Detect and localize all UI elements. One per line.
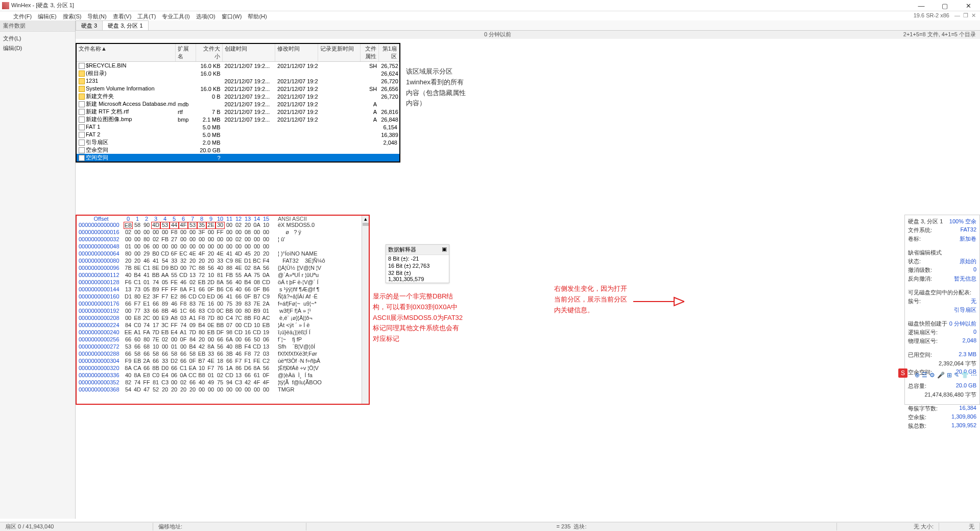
close-button[interactable]: ✕ xyxy=(957,0,980,11)
table-row[interactable]: System Volume Information 16.0 KB 2021/1… xyxy=(77,85,399,93)
left-item-edit[interactable]: 编辑(D) xyxy=(3,43,72,53)
hex-row[interactable]: 0000000000368544D47522020202000000000000… xyxy=(77,386,369,394)
hex-row[interactable]: 000000000017666F7E1668946F8837E160075398… xyxy=(77,301,369,308)
rp-partition: 硬盘 3, 分区 1 xyxy=(908,218,943,225)
col-mtime[interactable]: 修改时间 xyxy=(275,44,318,61)
t3-icon[interactable]: ⚙ xyxy=(929,372,935,379)
col-sect[interactable]: 第1扇区 xyxy=(379,44,399,61)
menu-5[interactable]: 工具(T) xyxy=(134,12,159,21)
hex-scrollbar[interactable]: ▴ xyxy=(362,216,369,404)
tab-disk3-part1[interactable]: 硬盘 3, 分区 1 xyxy=(102,20,148,30)
left-panel: 案件数据 文件(L) 编辑(D) xyxy=(0,20,76,519)
hex-row[interactable]: 000000000011240B441BBAA55CD13721081FB55A… xyxy=(77,272,369,279)
col-attr[interactable]: 文件属性 xyxy=(361,44,379,61)
t7-icon[interactable]: 👕 xyxy=(961,372,969,379)
col-ext[interactable]: 扩展名 xyxy=(176,44,196,61)
file-table: 文件名称▲ 扩展名 文件大小 创建时间 修改时间 记录更新时间 文件属性 第1扇… xyxy=(76,43,400,163)
interp-8bit: 8 Bit (±): -21 xyxy=(386,255,449,262)
table-row[interactable]: 新建 RTF 文档.rtf rtf7 B 2021/12/07 19:2...2… xyxy=(77,108,399,116)
table-row[interactable]: 引导扇区 2.0 MB 2,048 xyxy=(77,138,399,146)
hex-row[interactable]: 0000000000064800029B0CD6FEC4E4F204E414D4… xyxy=(77,250,369,258)
hex-row[interactable]: 00000000000967B8EC18ED9BD007C885640884E0… xyxy=(77,265,369,272)
minimize-button[interactable]: — xyxy=(910,0,933,11)
annotation-dbr: 显示的是一个非完整DBR结构，可以看到0X03到0X0A中ASCII展示MSDO… xyxy=(373,291,465,344)
rp-volume: 新加卷 xyxy=(960,235,976,243)
hex-panel[interactable]: Offset 0123456789101112131415 ANSI ASCII… xyxy=(76,215,370,405)
table-row[interactable]: 新建 Microsoft Access Database.mdb mdb 202… xyxy=(77,100,399,108)
menu-7[interactable]: 选项(O) xyxy=(193,12,219,21)
table-row[interactable]: FAT 1 5.0 MB 6,154 xyxy=(77,123,399,131)
table-row[interactable]: 空闲空间 ? xyxy=(77,154,399,161)
t4-icon[interactable]: 🎤 xyxy=(937,372,945,379)
hex-row[interactable]: 000000000020800E82C00E9A803A1F87D80C47C8… xyxy=(77,315,369,322)
hex-row[interactable]: 0000000000048010006000000000000000000000… xyxy=(77,243,369,250)
menu-bar: 文件(F)编辑(E)搜索(S)导航(N)查看(V)工具(T)专业工具(I)选项(… xyxy=(0,11,980,21)
hex-row[interactable]: 0000000000240EEA1FA7DEBE4A17D80EBDF98CD1… xyxy=(77,329,369,336)
hex-row[interactable]: 00000000000160200000000F800003F00FF00000… xyxy=(77,229,369,236)
version-label: 19.6 SR-2 x86 xyxy=(914,12,949,18)
t6-icon[interactable]: ✎ xyxy=(954,372,959,379)
menu-3[interactable]: 导航(N) xyxy=(84,12,109,21)
hex-row[interactable]: 00000000003208ACA668BD066C1EA10F7761A86D… xyxy=(77,365,369,372)
window-title: WinHex - [硬盘 3, 分区 1] xyxy=(11,2,74,9)
table-row[interactable]: FAT 2 5.0 MB 16,389 xyxy=(77,131,399,138)
col-size[interactable]: 文件大小 xyxy=(196,44,223,61)
hex-row[interactable]: 00000000002566660807E02000F842000666A006… xyxy=(77,336,369,343)
ime-indicator[interactable]: S xyxy=(898,368,907,378)
hex-row[interactable]: 000000000003200008002FB27000000000000020… xyxy=(77,236,369,243)
t5-icon[interactable]: ⊞ xyxy=(947,372,952,379)
hex-row[interactable]: 0000000000160D180E23FF7E286CDC0ED0641660… xyxy=(77,293,369,301)
left-item-file[interactable]: 文件(L) xyxy=(3,34,72,43)
t8-icon[interactable]: ⋯ xyxy=(971,372,977,379)
hex-row[interactable]: 0000000000128F6C1017405FE4602EB2D8A5640B… xyxy=(77,279,369,286)
menu-0[interactable]: 文件(F) xyxy=(10,12,35,21)
hex-row[interactable]: 0000000000336408AE8C0E4060ACCB80102CD136… xyxy=(77,372,369,379)
data-interpreter[interactable]: 数据解释器▣ 8 Bit (±): -21 16 Bit (±) 22,763 … xyxy=(386,244,449,283)
interpreter-close-icon[interactable]: ▣ xyxy=(442,246,447,253)
interpreter-title: 数据解释器 xyxy=(388,246,416,253)
hex-row[interactable]: 000000000027253666810000100B4428A56408BF… xyxy=(77,343,369,351)
menu-8[interactable]: 窗口(W) xyxy=(219,12,245,21)
table-row[interactable]: 空余空间 20.0 GB xyxy=(77,146,399,154)
col-utime[interactable]: 记录更新时间 xyxy=(318,44,361,61)
status-sector: 扇区 0 / 41,943,040 xyxy=(0,523,153,530)
app-icon xyxy=(2,2,9,9)
hex-ascii-label: ANSI ASCII xyxy=(278,216,307,222)
table-row[interactable]: 新建位图图像.bmp bmp2.1 MB 2021/12/07 19:2...2… xyxy=(77,116,399,123)
sidebar-tool-icons: ⊕☰ ⚙🎤 ⊞✎ 👕⋯ xyxy=(915,372,977,379)
mdi-minimize-icon[interactable]: — xyxy=(954,12,960,19)
interp-16bit: 16 Bit (±) 22,763 xyxy=(386,262,449,269)
mdi-close-icon[interactable]: ✕ xyxy=(971,12,976,19)
table-row[interactable]: 新建文件夹 0 B 2021/12/07 19:2...2021/12/07 1… xyxy=(77,93,399,100)
table-row[interactable]: (根目录) 16.0 KB 26,624 xyxy=(77,70,399,77)
hex-row[interactable]: 00000000002886658665866586658EB33663B46F… xyxy=(77,351,369,358)
menu-4[interactable]: 查看(V) xyxy=(110,12,135,21)
col-ctime[interactable]: 创建时间 xyxy=(223,44,276,61)
svg-marker-1 xyxy=(674,297,684,306)
tab-disk3[interactable]: 硬盘 3 xyxy=(76,20,103,30)
hex-row[interactable]: 0000000000000EB58904D53444F53352E3000022… xyxy=(77,222,369,229)
mdi-restore-icon[interactable]: ❐ xyxy=(963,12,968,19)
menu-6[interactable]: 专业工具(I) xyxy=(159,12,193,21)
hex-row[interactable]: 0000000000304F9EB2A6633D2660FB74E1866F7F… xyxy=(77,358,369,365)
hex-row[interactable]: 00000000003528274FF81C300026640497594C34… xyxy=(77,379,369,386)
menu-9[interactable]: 帮助(H) xyxy=(245,12,270,21)
status-bar: 扇区 0 / 41,943,040 偏移地址: = 235 选块: 无 大小: … xyxy=(0,522,980,531)
menu-2[interactable]: 搜索(S) xyxy=(60,12,85,21)
maximize-button[interactable]: ▢ xyxy=(933,0,957,11)
col-name[interactable]: 文件名称▲ xyxy=(77,44,176,61)
info-time: 0 分钟以前 xyxy=(484,31,511,38)
t1-icon[interactable]: ⊕ xyxy=(915,372,920,379)
t2-icon[interactable]: ☰ xyxy=(922,372,927,379)
hex-row[interactable]: 0000000000192007733668B461C6683C00CBB008… xyxy=(77,308,369,315)
hex-row[interactable]: 000000000022484C074173CFF7409B40EBB0700C… xyxy=(77,322,369,329)
left-panel-header: 案件数据 xyxy=(0,20,75,32)
table-row[interactable]: 1231 2021/12/07 19:2...2021/12/07 19:2..… xyxy=(77,77,399,85)
title-bar: WinHex - [硬盘 3, 分区 1] — ▢ ✕ xyxy=(0,0,980,11)
hex-row[interactable]: 0000000000144137305B9FFFF8AF1660FB6C6406… xyxy=(77,286,369,293)
info-count: 2+1+5=8 文件, 4+1=5 个目录 xyxy=(903,31,980,39)
menu-1[interactable]: 编辑(E) xyxy=(35,12,60,21)
table-row[interactable]: $RECYCLE.BIN 16.0 KB 2021/12/07 19:2...2… xyxy=(77,62,399,70)
hex-row[interactable]: 00000000000802020464154333220202033C98ED… xyxy=(77,258,369,265)
info-strip: 0 分钟以前 2+1+5=8 文件, 4+1=5 个目录 xyxy=(76,31,980,39)
